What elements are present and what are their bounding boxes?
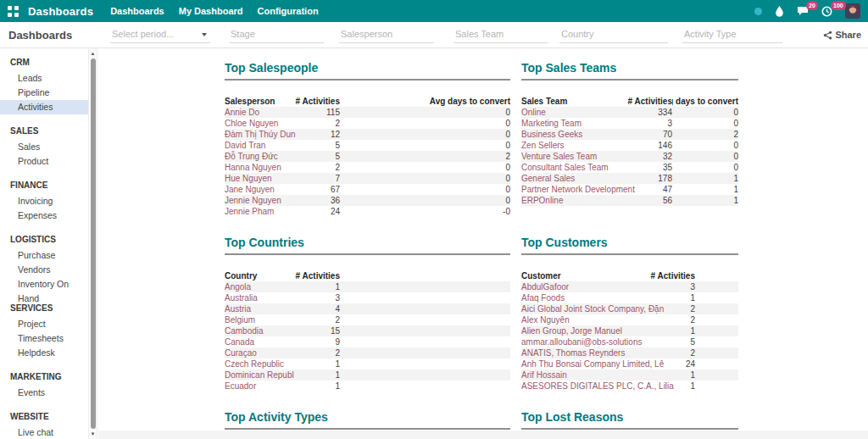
sidebar-item[interactable]: Expenses <box>0 208 88 223</box>
record-link[interactable]: Ecuador <box>225 381 291 392</box>
record-link[interactable]: Curaçao <box>225 347 291 358</box>
top-salespeople-table: Salesperson # Activities Avg days to con… <box>225 95 510 217</box>
convert-value: 0 <box>340 118 510 129</box>
table-row: Online 334 0 <box>521 107 738 118</box>
record-link[interactable]: AbdulGafoor <box>521 281 648 292</box>
sidebar-item[interactable]: Sales <box>0 140 88 154</box>
record-link[interactable]: Austria <box>225 303 291 314</box>
record-link[interactable]: Chloe Nguyen <box>225 118 291 129</box>
filter-input[interactable]: Activity Type <box>682 27 782 43</box>
convert-value: 0 <box>672 140 738 151</box>
record-link[interactable]: Angola <box>225 281 291 292</box>
scrollbar-thumb[interactable] <box>91 58 96 429</box>
record-link[interactable]: Zen Sellers <box>521 140 606 151</box>
table-row: Ecuador 1 <box>225 381 510 392</box>
sidebar-item[interactable]: Inventory On Hand <box>0 277 88 292</box>
record-link[interactable]: Annie Do <box>225 107 291 118</box>
record-link[interactable]: Belgium <box>225 314 291 325</box>
record-link[interactable]: ASESORES DIGITALES PLC, C.A., Lilia <box>521 381 648 392</box>
chevron-down-icon <box>202 33 207 36</box>
record-link[interactable]: Đỗ Trung Đức <box>225 151 291 162</box>
table-row: Chloe Nguyen 2 0 <box>225 118 510 129</box>
record-link[interactable]: ANATIS, Thomas Reynders <box>521 347 648 358</box>
filter-input[interactable]: Stage <box>229 27 324 43</box>
record-link[interactable]: Alien Group, Jorge Manuel <box>521 325 648 336</box>
sidebar-section-title: MARKETING <box>0 370 88 384</box>
record-link[interactable]: Alex Nguyên <box>521 314 648 325</box>
record-link[interactable]: Arif Hossain <box>521 370 648 381</box>
table-row: General Sales 178 1 <box>521 173 738 184</box>
share-icon <box>823 31 832 40</box>
sidebar-section-title: WEBSITE <box>0 409 88 424</box>
sidebar-item[interactable]: Pipeline <box>0 86 88 100</box>
activities-value: 5 <box>291 140 340 151</box>
table-row: Alex Nguyên 2 <box>521 314 738 325</box>
section-title: Top Sales Teams <box>521 61 738 81</box>
apps-grid-icon[interactable] <box>8 6 19 17</box>
section-title: Top Customers <box>521 236 738 255</box>
record-link[interactable]: Đàm Thị Thúy Dun <box>225 129 291 140</box>
record-link[interactable]: Anh Thu Bonsai Company Limited, Lê <box>521 358 648 370</box>
nav-menu-item[interactable]: Configuration <box>258 6 319 16</box>
sidebar-item[interactable]: Helpdesk <box>0 346 88 360</box>
nav-menu-item[interactable]: Dashboards <box>110 6 164 16</box>
record-link[interactable]: ammar.alloubani@obs-solutions <box>521 336 648 347</box>
record-link[interactable]: Afaq Foods <box>521 292 648 303</box>
activities-clock-icon[interactable]: 100 <box>821 6 832 17</box>
user-avatar[interactable] <box>845 3 860 19</box>
record-link[interactable]: Marketing Team <box>521 118 606 129</box>
record-link[interactable]: David Tran <box>225 140 291 151</box>
record-link[interactable]: Business Geeks <box>521 129 606 140</box>
record-link[interactable]: Canada <box>225 336 291 347</box>
record-link[interactable]: Dominican Republ <box>225 370 291 381</box>
scroll-down-icon[interactable]: ▼ <box>89 430 97 438</box>
filter-input[interactable]: Salesperson <box>339 27 434 43</box>
col-header: Sales Team <box>521 95 606 107</box>
record-link[interactable]: Consultant Sales Team <box>521 162 606 173</box>
top-countries-table: Country # Activities Angola 1 Australia … <box>225 270 510 392</box>
record-link[interactable]: Aici Global Joint Stock Company, Đặn <box>521 303 648 314</box>
table-row: Hanna Nguyen 2 0 <box>225 162 510 173</box>
sidebar-section: MARKETING Events <box>0 370 88 400</box>
activities-value: 56 <box>606 195 672 206</box>
col-header: Avg days to convert <box>340 95 510 107</box>
record-link[interactable]: Czech Republic <box>225 358 291 370</box>
sidebar-item[interactable]: Activities <box>0 100 88 114</box>
spacer-cell <box>340 336 510 347</box>
table-row: Belgium 2 <box>225 314 510 325</box>
record-link[interactable]: Hanna Nguyen <box>225 162 291 173</box>
nav-menu-item[interactable]: My Dashboard <box>179 6 243 16</box>
record-link[interactable]: ERPOnline <box>521 195 606 206</box>
record-link[interactable]: Jane Nguyen <box>225 184 291 195</box>
droplet-icon[interactable] <box>775 6 784 17</box>
sidebar-item[interactable]: Events <box>0 386 88 400</box>
sidebar-item[interactable]: Invoicing <box>0 194 88 208</box>
filter-input[interactable]: Select period... <box>110 27 210 43</box>
record-link[interactable]: Venture Sales Team <box>521 151 606 162</box>
sidebar-item[interactable]: Live chat <box>0 425 88 439</box>
record-link[interactable]: Jennie Pham <box>225 206 291 217</box>
record-link[interactable]: Australia <box>225 292 291 303</box>
messages-icon[interactable]: 20 <box>797 6 809 16</box>
record-link[interactable]: Jennie Nguyen <box>225 195 291 206</box>
activities-value: 2 <box>291 118 340 129</box>
table-row: Canada 9 <box>225 336 510 347</box>
sidebar-item[interactable]: Product <box>0 154 88 169</box>
record-link[interactable]: Online <box>521 107 606 118</box>
sidebar-item[interactable]: Purchase <box>0 248 88 263</box>
sidebar-item[interactable]: Timesheets <box>0 331 88 346</box>
share-button[interactable]: Share <box>823 30 861 40</box>
filter-placeholder: Sales Team <box>455 29 504 39</box>
record-link[interactable]: Cambodia <box>225 325 291 336</box>
sidebar-item[interactable]: Vendors <box>0 263 88 277</box>
record-link[interactable]: General Sales <box>521 173 606 184</box>
filter-input[interactable]: Country <box>559 27 668 43</box>
table-row: Business Geeks 70 2 <box>521 129 738 140</box>
sidebar-item[interactable]: Leads <box>0 71 88 86</box>
sidebar-item[interactable]: Project <box>0 317 88 331</box>
app-brand[interactable]: Dashboards <box>28 5 93 18</box>
filter-input[interactable]: Sales Team <box>453 27 548 43</box>
scroll-up-icon[interactable]: ▲ <box>89 49 97 58</box>
record-link[interactable]: Hue Nguyen <box>225 173 291 184</box>
record-link[interactable]: Partner Network Development <box>521 184 606 195</box>
